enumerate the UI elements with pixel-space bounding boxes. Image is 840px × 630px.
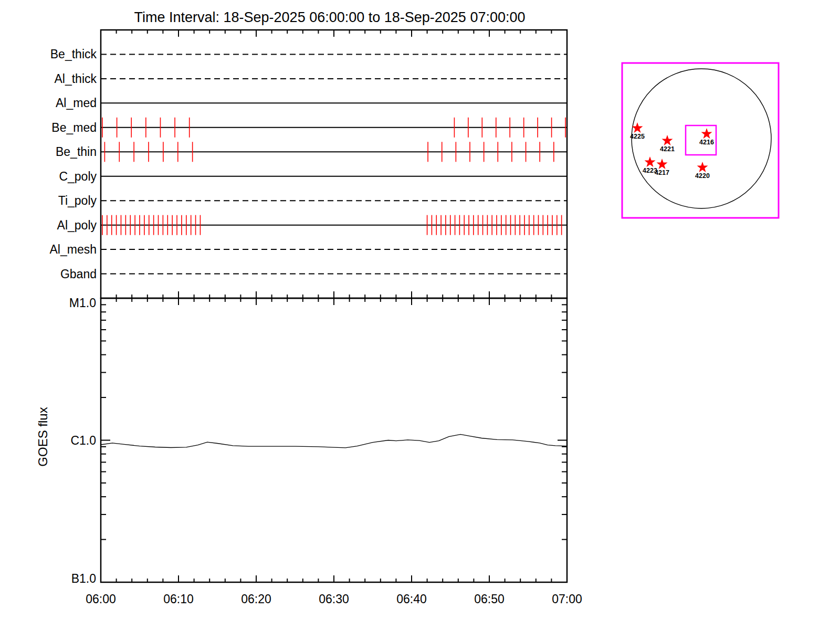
filter-label-Al_mesh: Al_mesh [50,243,97,256]
active-region-label-4221: 4221 [660,145,675,153]
active-region-label-4216: 4216 [699,139,714,146]
observation-plot-svg: Time Interval: 18-Sep-2025 06:00:00 to 1… [0,0,840,630]
active-region-label-4220: 4220 [695,172,710,180]
active-region-label-4217: 4217 [655,169,669,176]
time-tick-label: 06:20 [241,592,271,606]
time-tick-label: 06:40 [396,592,427,606]
filter-label-Be_thin: Be_thin [56,145,97,159]
flux-tick-label: B1.0 [71,572,96,585]
filter-label-Al_med: Al_med [56,96,97,110]
plot-title: Time Interval: 18-Sep-2025 06:00:00 to 1… [134,9,525,25]
flux-tick-label: C1.0 [70,434,96,447]
active-region-star-4216 [701,128,712,139]
active-region-star-4220 [697,162,708,172]
active-region-star-4221 [662,135,673,145]
goes-panel-frame [101,298,567,582]
time-tick-label: 06:10 [163,592,194,606]
flux-tick-label: M1.0 [69,296,96,310]
time-tick-label: 06:30 [319,592,349,606]
filter-label-Be_med: Be_med [51,121,97,134]
filter-label-Al_poly: Al_poly [57,218,97,232]
filter-label-Be_thick: Be_thick [50,47,97,61]
goes-flux-panel: M1.0C1.0B1.006:0006:1006:2006:3006:4006:… [69,296,582,606]
filter-label-C_poly: C_poly [59,170,97,183]
time-tick-label: 07:00 [552,592,582,606]
filter-timeline-panel: Be_thickAl_thickAl_medBe_medBe_thinC_pol… [50,30,567,298]
active-region-star-4223 [645,156,656,167]
goes-flux-curve [101,434,567,448]
filter-label-Ti_poly: Ti_poly [58,194,97,207]
plot-canvas: Time Interval: 18-Sep-2025 06:00:00 to 1… [0,0,840,630]
time-tick-label: 06:50 [474,592,505,606]
filter-label-Al_thick: Al_thick [54,72,97,86]
solar-disk-inset: 422542214216422342174220 [622,63,779,218]
active-region-star-4217 [657,159,668,169]
filter-label-Gband: Gband [60,267,97,281]
active-region-label-4225: 4225 [630,133,645,140]
filter-panel-frame [101,30,567,298]
goes-flux-axis-label: GOES flux [36,407,50,466]
time-tick-label: 06:00 [86,592,116,606]
